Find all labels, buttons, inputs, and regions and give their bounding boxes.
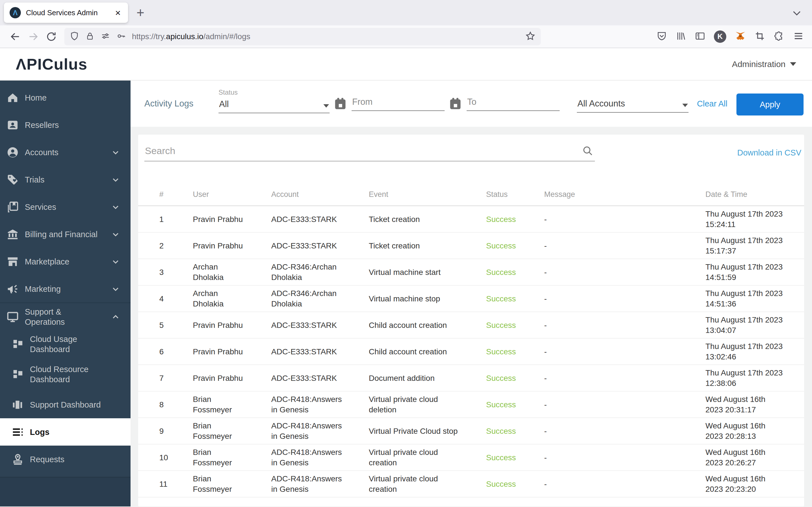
extensions-puzzle-icon[interactable]: [774, 31, 784, 43]
activity-logs-table: # User Account Event Status Message Date…: [138, 184, 804, 497]
to-date-input[interactable]: To: [467, 97, 560, 111]
resellers-icon: [6, 119, 19, 131]
sidebar-item-cloud-resource-dashboard[interactable]: Cloud Resource Dashboard: [0, 358, 131, 391]
sidebar-item-support-operations[interactable]: Support & Operations: [0, 303, 131, 330]
table-row: 4 Archan Dholakia ADC-R346:Archan Dholak…: [138, 286, 804, 312]
col-header-user: User: [193, 190, 271, 199]
calendar-icon: [333, 96, 348, 111]
billing-bank-icon: [6, 228, 19, 241]
reload-icon[interactable]: [42, 27, 60, 46]
requests-stamp-icon: [11, 453, 24, 466]
url-text: https://try.apiculus.io/admin/#/logs: [132, 32, 250, 41]
site-favicon-icon: Λ: [10, 7, 21, 18]
sidebar-item-marketplace[interactable]: Marketplace: [0, 248, 131, 275]
apply-button[interactable]: Apply: [737, 94, 804, 115]
table-row: 3 Archan Dholakia ADC-R346:Archan Dholak…: [138, 259, 804, 286]
chevron-down-icon: [790, 62, 796, 66]
status-badge: Success: [486, 214, 544, 224]
sidebar-item-billing[interactable]: Billing and Financial: [0, 221, 131, 248]
from-date-filter[interactable]: From: [333, 96, 445, 111]
forward-icon[interactable]: [24, 27, 42, 46]
menu-hamburger-icon[interactable]: [793, 31, 804, 43]
to-date-filter[interactable]: To: [448, 96, 560, 111]
calendar-icon: [448, 96, 463, 111]
status-label: Status: [218, 89, 329, 96]
accounts-filter[interactable]: All Accounts: [577, 99, 689, 113]
home-icon: [6, 91, 19, 104]
sidebar-footer-area: [0, 477, 131, 506]
apiculus-logo: ΛPICulus: [16, 55, 87, 73]
back-icon[interactable]: [6, 27, 24, 46]
tab-close-icon[interactable]: ×: [113, 8, 122, 17]
table-row: 7 Pravin Prabhu ADC-E333:STARK Document …: [138, 365, 804, 392]
support-operations-monitor-icon: [6, 311, 19, 323]
status-badge: Success: [486, 426, 544, 436]
sidebar-item-trials[interactable]: Trials: [0, 166, 131, 193]
table-row: 2 Pravin Prabhu ADC-E333:STARK Ticket cr…: [138, 233, 804, 259]
status-badge: Success: [486, 346, 544, 357]
status-badge: Success: [486, 452, 544, 463]
browser-tab[interactable]: Λ Cloud Services Admin ×: [4, 3, 128, 23]
col-header-account: Account: [271, 190, 369, 199]
toolbar-extensions-area: K: [656, 31, 806, 43]
filter-bar: Activity Logs Status All From To All Acc…: [131, 80, 812, 127]
sidebar-item-cloud-usage-dashboard[interactable]: Cloud Usage Dashboard: [0, 330, 131, 358]
sidebar-toggle-icon[interactable]: [695, 31, 705, 43]
chevron-down-icon: [323, 104, 329, 108]
administration-label: Administration: [732, 59, 785, 69]
marketplace-store-icon: [6, 255, 19, 268]
pocket-icon[interactable]: [656, 31, 667, 43]
status-badge: Success: [486, 267, 544, 277]
status-badge: Success: [486, 240, 544, 251]
accounts-select[interactable]: All Accounts: [577, 99, 689, 113]
chevron-down-icon: [111, 148, 120, 157]
status-badge: Success: [486, 479, 544, 489]
url-bar[interactable]: https://try.apiculus.io/admin/#/logs: [64, 28, 541, 45]
search-icon: [582, 145, 593, 158]
app-header: ΛPICulus Administration: [0, 48, 812, 80]
trials-tag-icon: [6, 173, 19, 186]
table-row: 9 Brian Fossmeyer ADC-R418:Answers in Ge…: [138, 418, 804, 445]
sidebar-item-support-dashboard[interactable]: Support Dashboard: [0, 391, 131, 418]
table-row: 10 Brian Fossmeyer ADC-R418:Answers in G…: [138, 445, 804, 471]
chevron-down-icon: [682, 104, 688, 107]
status-badge: Success: [486, 293, 544, 304]
permissions-icon[interactable]: [100, 31, 110, 42]
tab-title: Cloud Services Admin: [26, 8, 108, 17]
extension-k-avatar-icon[interactable]: K: [714, 31, 726, 43]
sidebar-item-logs[interactable]: Logs: [0, 418, 131, 446]
accounts-icon: [6, 146, 19, 159]
sidebar-item-marketing[interactable]: Marketing: [0, 275, 131, 302]
tracking-shield-icon[interactable]: [69, 31, 80, 42]
from-date-input[interactable]: From: [352, 97, 445, 111]
chevron-down-icon: [111, 284, 120, 294]
col-header-status: Status: [486, 190, 544, 199]
sidebar-item-services[interactable]: Services: [0, 193, 131, 221]
key-icon[interactable]: [116, 31, 126, 42]
status-badge: Success: [486, 320, 544, 330]
new-tab-button[interactable]: +: [137, 6, 144, 19]
status-select[interactable]: All: [218, 99, 329, 113]
library-icon[interactable]: [675, 31, 686, 43]
sidebar-item-requests[interactable]: Requests: [0, 446, 131, 473]
sidebar-item-accounts[interactable]: Accounts: [0, 138, 131, 166]
list-all-tabs-chevron-icon[interactable]: [791, 7, 802, 20]
chevron-down-icon: [111, 257, 120, 267]
search-input[interactable]: [144, 144, 595, 161]
metamask-fox-icon[interactable]: [735, 31, 746, 43]
lock-icon[interactable]: [85, 31, 95, 42]
clear-all-link[interactable]: Clear All: [697, 80, 727, 127]
logs-list-icon: [11, 426, 24, 439]
status-filter[interactable]: Status All: [218, 89, 329, 113]
status-badge: Success: [486, 373, 544, 383]
sidebar-item-home[interactable]: Home: [0, 84, 131, 111]
table-row: 8 Brian Fossmeyer ADC-R418:Answers in Ge…: [138, 392, 804, 418]
search-field[interactable]: [144, 144, 595, 161]
download-csv-link[interactable]: Download in CSV: [737, 148, 802, 158]
bookmark-star-icon[interactable]: [525, 31, 536, 43]
screenshot-crop-icon[interactable]: [755, 31, 765, 43]
status-badge: Success: [486, 399, 544, 410]
col-header-event: Event: [369, 190, 486, 199]
administration-menu[interactable]: Administration: [732, 59, 796, 69]
sidebar-item-resellers[interactable]: Resellers: [0, 111, 131, 138]
